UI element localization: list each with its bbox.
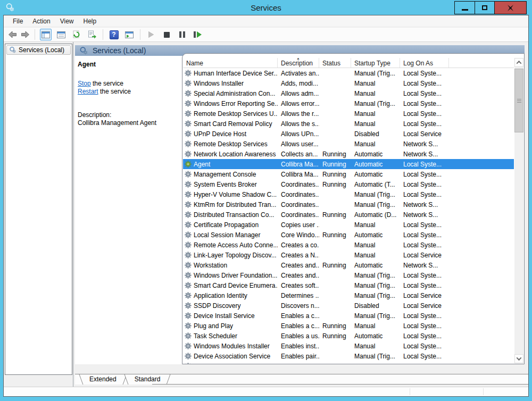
properties-button[interactable]	[55, 29, 67, 40]
cell-startup: Automatic	[351, 161, 400, 168]
view-tabs-strip: ExtendedStandard	[75, 374, 528, 385]
service-row[interactable]: WorkstationCreates and...RunningAutomati…	[183, 260, 514, 270]
cell-text: Network S...	[403, 140, 438, 148]
service-row[interactable]: UPnP Device HostAllows UPn...DisabledLoc…	[183, 129, 514, 139]
service-row[interactable]: Local Session ManagerCore Windo...Runnin…	[183, 230, 514, 240]
cell-description: Coordinates...	[278, 201, 319, 208]
service-row[interactable]: Device Install ServiceEnables a c...Manu…	[183, 311, 514, 321]
cell-name: System Events Broker	[183, 181, 278, 188]
service-row[interactable]: Windows InstallerAdds, modi...ManualLoca…	[183, 78, 514, 88]
help-button[interactable]: ?	[108, 29, 120, 40]
service-action-links: Stop the service Restart the service	[78, 80, 181, 96]
cell-logon: Network S...	[400, 211, 449, 219]
help-icon: ?	[110, 30, 119, 39]
cell-text: Local Syste...	[403, 342, 442, 350]
cell-text: Allows UPn...	[281, 130, 319, 138]
scrollbar-thumb[interactable]	[514, 69, 523, 132]
titlebar[interactable]: Services	[0, 0, 532, 15]
service-row[interactable]: Smart Card Removal PolicyAllows the s...…	[183, 119, 514, 129]
service-row[interactable]: Windows Driver Foundation...Creates and.…	[183, 270, 514, 280]
menu-help[interactable]: Help	[79, 16, 102, 27]
menu-view[interactable]: View	[55, 16, 79, 27]
service-row[interactable]: Certificate PropagationCopies user ...Ma…	[183, 220, 514, 230]
service-row[interactable]: Remote Desktop Services U...Allows the r…	[183, 108, 514, 119]
close-button[interactable]	[494, 2, 526, 14]
column-header-startup-type[interactable]: Startup Type	[351, 58, 400, 68]
cell-startup: Manual (Trig...	[351, 353, 400, 360]
restart-service-link[interactable]: Restart	[78, 88, 98, 95]
vertical-scrollbar[interactable]	[514, 58, 523, 363]
service-row[interactable]: Smart Card Device Enumera...Creates soft…	[183, 280, 514, 290]
cell-startup: Manual (Trig...	[351, 272, 400, 279]
cell-name: Remote Access Auto Conne...	[183, 241, 278, 249]
service-row[interactable]: KtmRm for Distributed Tran...Coordinates…	[183, 199, 514, 210]
service-row[interactable]: Human Interface Device Ser...Activates a…	[183, 68, 514, 78]
cell-startup: Automatic (T...	[351, 181, 400, 188]
minimize-button[interactable]	[455, 2, 475, 14]
cell-text: Manual (Trig...	[354, 201, 395, 208]
cell-text: Local Syste...	[403, 191, 442, 198]
cell-startup: Disabled	[351, 302, 400, 310]
pause-service-button[interactable]	[176, 29, 188, 40]
cell-description: Determines ...	[278, 292, 319, 299]
service-row[interactable]: SSDP DiscoveryDiscovers n...DisabledLoca…	[183, 300, 514, 311]
show-action-pane-button[interactable]	[123, 29, 135, 40]
menu-file[interactable]: File	[8, 16, 28, 27]
view-tabs: ExtendedStandard	[80, 374, 169, 385]
column-header-description[interactable]: Description▲	[278, 58, 319, 68]
service-gear-icon	[185, 80, 192, 87]
tree-item-services-local[interactable]: Services (Local)	[6, 45, 71, 55]
stop-service-link[interactable]: Stop	[78, 80, 91, 87]
restart-service-line: Restart the service	[78, 88, 181, 96]
forward-icon[interactable]	[21, 31, 30, 38]
service-row[interactable]: Application IdentityDetermines ...Manual…	[183, 290, 514, 300]
service-row[interactable]: Task SchedulerEnables a us...RunningAuto…	[183, 331, 514, 341]
cell-text: Network S...	[403, 262, 438, 269]
service-row[interactable]: Windows Modules InstallerEnables inst...…	[183, 341, 514, 351]
cell-startup: Manual	[351, 221, 400, 229]
menu-action[interactable]: Action	[28, 16, 55, 27]
service-row[interactable]: Multimedia Class SchedulerEnables rela..…	[183, 361, 514, 364]
service-row[interactable]: System Events BrokerCoordinates...Runnin…	[183, 179, 514, 189]
service-row[interactable]: Remote Desktop ServicesAllows user...Man…	[183, 139, 514, 149]
cell-logon: Local Syste...	[400, 322, 449, 330]
scroll-down-button[interactable]	[514, 354, 523, 363]
column-header-label: Log On As	[403, 60, 433, 67]
column-header-filler[interactable]	[449, 58, 514, 68]
cell-text: Local Syste...	[403, 272, 442, 279]
scroll-up-button[interactable]	[514, 58, 523, 67]
column-header-name[interactable]: Name	[183, 58, 278, 68]
column-header-log-on-as[interactable]: Log On As	[400, 58, 449, 68]
service-row[interactable]: Device Association ServiceEnables pair..…	[183, 351, 514, 361]
start-service-button[interactable]	[145, 29, 157, 40]
tab-standard[interactable]: Standard	[126, 374, 170, 385]
service-row[interactable]: Plug and PlayEnables a c...RunningManual…	[183, 321, 514, 331]
cell-text: Coordinates...	[281, 211, 319, 219]
service-row[interactable]: Management ConsoleCollibra Ma...RunningA…	[183, 169, 514, 179]
tree-item-label: Services (Local)	[19, 46, 64, 54]
service-row[interactable]: Special Administration Con...Allows adm.…	[183, 88, 514, 98]
service-row[interactable]: Network Location AwarenessCollects an...…	[183, 149, 514, 159]
service-detail-pane: Agent Stop the service Restart the servi…	[75, 56, 181, 364]
service-row[interactable]: Remote Access Auto Conne...Creates a co.…	[183, 240, 514, 250]
tab-extended[interactable]: Extended	[80, 374, 126, 385]
service-row[interactable]: Windows Error Reporting Se...Allows erro…	[183, 98, 514, 108]
restart-service-button[interactable]	[192, 29, 203, 40]
cell-status: Running	[319, 181, 351, 188]
column-header-status[interactable]: Status	[319, 58, 351, 68]
back-icon[interactable]	[8, 31, 17, 38]
service-row[interactable]: Link-Layer Topology Discov...Creates a N…	[183, 250, 514, 260]
service-row[interactable]: Distributed Transaction Co...Coordinates…	[183, 210, 514, 220]
service-row-selected[interactable]: AgentCollibra Ma...RunningAutomaticLocal…	[183, 159, 514, 169]
service-row[interactable]: Hyper-V Volume Shadow C...Coordinates...…	[183, 189, 514, 199]
maximize-button[interactable]	[475, 2, 494, 14]
show-console-tree-button[interactable]	[40, 29, 52, 40]
chevron-up-icon	[517, 61, 522, 66]
refresh-button[interactable]	[71, 29, 82, 40]
cell-status: Running	[319, 322, 351, 330]
cell-text: Certificate Propagation	[194, 221, 259, 229]
cell-text: Automatic (T...	[354, 181, 395, 188]
export-list-button[interactable]	[86, 29, 98, 40]
export-list-icon	[88, 30, 97, 39]
stop-service-button[interactable]	[161, 29, 172, 40]
